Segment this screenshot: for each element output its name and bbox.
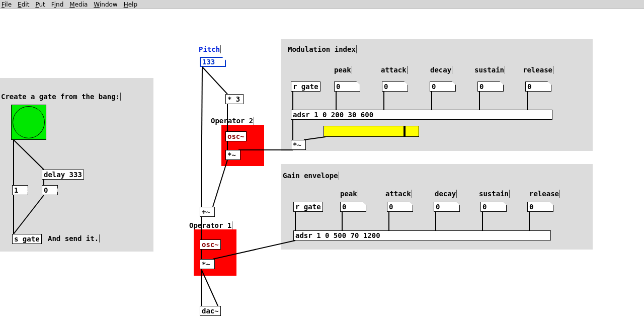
send-hint-comment: And send it. <box>48 234 100 243</box>
gain-title: Gain envelope <box>283 171 339 180</box>
op2-osc-object[interactable]: osc~ <box>225 131 247 141</box>
mod-decay-numbox[interactable]: 0 <box>430 82 456 92</box>
gain-attack-label: attack <box>385 189 412 198</box>
bang-button[interactable] <box>11 105 46 140</box>
gain-rgate-object[interactable]: r gate <box>293 202 323 212</box>
svg-line-6 <box>201 67 202 207</box>
gain-release-numbox[interactable]: 0 <box>527 202 553 212</box>
pitch-label: Pitch <box>199 45 221 54</box>
mod-release-numbox[interactable]: 0 <box>525 82 551 92</box>
menu-item-window[interactable]: Window <box>94 1 117 8</box>
gate-region <box>0 78 153 252</box>
menu-item-put[interactable]: Put <box>35 1 45 8</box>
op1-label: Operator 1 <box>189 221 232 230</box>
menu-item-edit[interactable]: Edit <box>18 1 29 8</box>
mod-peak-label: peak <box>334 65 352 74</box>
dac-object[interactable]: dac~ <box>200 306 221 316</box>
gain-sustain-numbox[interactable]: 0 <box>480 202 507 212</box>
mod-mul-object[interactable]: *~ <box>291 140 306 150</box>
op1-mul-object[interactable]: *~ <box>200 259 215 269</box>
gain-sustain-label: sustain <box>479 189 510 198</box>
menu-item-find[interactable]: Find <box>51 1 64 8</box>
plus-sig-object[interactable]: +~ <box>200 207 215 217</box>
mod-attack-label: attack <box>381 65 408 74</box>
mod-sustain-label: sustain <box>474 65 505 74</box>
op2-label: Operator 2 <box>211 116 254 125</box>
gain-decay-label: decay <box>435 189 457 198</box>
menu-item-help[interactable]: Help <box>124 1 137 8</box>
mod-adsr-object[interactable]: adsr 1 0 200 30 600 <box>291 110 552 120</box>
msg-zero[interactable]: 0 <box>42 185 58 195</box>
gain-peak-numbox[interactable]: 0 <box>340 202 366 212</box>
svg-line-5 <box>202 67 227 94</box>
gain-peak-label: peak <box>340 189 358 198</box>
mod-peak-numbox[interactable]: 0 <box>334 82 360 92</box>
mod-hslider[interactable] <box>324 126 419 137</box>
msg-one[interactable]: 1 <box>12 185 28 195</box>
bang-circle-icon <box>13 106 45 138</box>
mod-title: Modulation index <box>288 45 357 54</box>
op2-mul-object[interactable]: *~ <box>225 150 240 160</box>
mod-attack-numbox[interactable]: 0 <box>382 82 408 92</box>
send-gate-object[interactable]: s gate <box>12 234 42 244</box>
pitch-numbox[interactable]: 133 <box>200 57 226 67</box>
gain-attack-numbox[interactable]: 0 <box>387 202 413 212</box>
gain-release-label: release <box>529 189 560 198</box>
op1-osc-object[interactable]: osc~ <box>200 239 221 250</box>
menu-bar: File Edit Put Find Media Window Help <box>0 0 644 9</box>
mod-decay-label: decay <box>430 65 452 74</box>
mod-rgate-object[interactable]: r gate <box>291 82 320 92</box>
svg-line-9 <box>213 160 227 207</box>
gain-adsr-object[interactable]: adsr 1 0 500 70 1200 <box>293 230 551 240</box>
gate-title-comment: Create a gate from the bang: <box>1 92 121 101</box>
mult-object[interactable]: * 3 <box>225 94 244 104</box>
mod-sustain-numbox[interactable]: 0 <box>477 82 504 92</box>
patch-canvas[interactable]: Create a gate from the bang: delay 333 1… <box>0 9 644 325</box>
mod-release-label: release <box>523 65 553 74</box>
menu-item-file[interactable]: File <box>2 1 12 8</box>
delay-object[interactable]: delay 333 <box>42 170 84 180</box>
menu-item-media[interactable]: Media <box>69 1 88 8</box>
gain-decay-numbox[interactable]: 0 <box>434 202 460 212</box>
